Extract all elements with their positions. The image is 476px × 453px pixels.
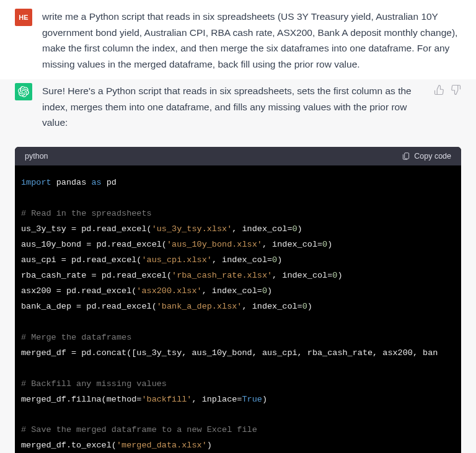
assistant-message-text: Sure! Here's a Python script that reads … xyxy=(42,83,419,131)
code-token: 'asx200.xlsx' xyxy=(136,286,201,296)
code-token: = xyxy=(86,271,101,280)
code-token: 'merged_data.xlsx' xyxy=(117,441,207,450)
code-token: 'bank_a_dep.xlsx' xyxy=(157,302,242,311)
code-token: pd xyxy=(107,178,117,187)
user-message-body: write me a Python script that reads in s… xyxy=(42,7,461,72)
code-block: python Copy code import pandas as pd # R… xyxy=(15,147,461,453)
code-token: 0 xyxy=(302,302,307,311)
code-token: asx200 xyxy=(21,286,51,296)
code-token: True xyxy=(242,395,262,404)
code-header: python Copy code xyxy=(15,147,461,165)
code-token: , index_col= xyxy=(242,302,302,311)
code-token: pd.read_excel( xyxy=(71,255,141,265)
openai-logo-icon xyxy=(18,86,29,97)
code-token: , index_col= xyxy=(232,224,292,234)
user-message: HE write me a Python script that reads i… xyxy=(0,5,476,79)
code-token: = xyxy=(56,255,71,265)
code-token: pd.read_excel( xyxy=(102,271,172,280)
code-token: , index_col= xyxy=(212,255,272,265)
code-token: us_3y_tsy xyxy=(21,224,66,234)
user-message-text: write me a Python script that reads in s… xyxy=(42,9,461,72)
code-body[interactable]: import pandas as pd # Read in the spread… xyxy=(15,165,461,453)
code-token: = xyxy=(66,224,81,234)
assistant-message-body: Sure! Here's a Python script that reads … xyxy=(42,82,419,131)
code-token: , inplace= xyxy=(192,395,242,404)
code-token: # Backfill any missing values xyxy=(21,379,167,389)
code-token: aus_cpi xyxy=(21,255,56,265)
user-avatar: HE xyxy=(15,9,32,26)
code-token: pd.read_excel( xyxy=(97,240,167,249)
code-token: aus_10y_bond xyxy=(21,240,81,249)
code-token: 0 xyxy=(262,286,267,296)
assistant-message: Sure! Here's a Python script that reads … xyxy=(0,79,476,138)
code-token: , index_col= xyxy=(262,240,322,249)
code-token: 'aus_cpi.xlsx' xyxy=(141,255,211,265)
code-token: ) xyxy=(298,224,302,234)
code-token: 'us_3y_tsy.xlsx' xyxy=(152,224,232,234)
code-token: = xyxy=(66,348,81,358)
code-language-label: python xyxy=(25,152,48,161)
code-token: rba_cash_rate xyxy=(21,271,86,280)
code-token: = xyxy=(81,240,96,249)
code-token: # Merge the dataframes xyxy=(21,333,131,342)
thumbs-up-button[interactable] xyxy=(434,84,445,98)
code-token: , index_col= xyxy=(202,286,262,296)
code-token: pd.read_excel( xyxy=(66,286,136,296)
thumbs-down-icon xyxy=(450,84,461,95)
code-token: pd.read_excel( xyxy=(86,302,156,311)
code-token: , index_col= xyxy=(272,271,332,280)
code-token: 0 xyxy=(293,224,298,234)
code-token: bank_a_dep xyxy=(21,302,71,311)
code-token: ) xyxy=(262,395,267,404)
code-token: ) xyxy=(207,441,212,450)
svg-rect-0 xyxy=(405,153,409,159)
code-token: # Save the merged dataframe to a new Exc… xyxy=(21,425,257,434)
code-token: = xyxy=(71,302,86,311)
code-token: 'rba_cash_rate.xlsx' xyxy=(172,271,272,280)
code-token: ) xyxy=(307,302,312,311)
code-token: ) xyxy=(337,271,342,280)
clipboard-icon xyxy=(402,152,410,161)
code-token: import xyxy=(21,178,51,187)
code-token: 0 xyxy=(322,240,327,249)
code-token: pd.read_excel( xyxy=(81,224,151,234)
code-token: merged_df xyxy=(21,348,66,358)
copy-code-label: Copy code xyxy=(414,152,451,161)
feedback-controls xyxy=(434,84,461,98)
code-token: # Read in the spreadsheets xyxy=(21,209,152,218)
code-token: 'aus_10y_bond.xlsx' xyxy=(167,240,262,249)
code-token: pandas xyxy=(56,178,87,187)
thumbs-down-button[interactable] xyxy=(450,84,461,98)
code-token: = xyxy=(51,286,66,296)
code-token: merged_df.fillna(method= xyxy=(21,395,141,404)
copy-code-button[interactable]: Copy code xyxy=(402,152,451,161)
conversation: HE write me a Python script that reads i… xyxy=(0,0,476,453)
code-token: merged_df.to_excel( xyxy=(21,441,117,450)
code-container: python Copy code import pandas as pd # R… xyxy=(0,138,476,453)
code-token: 'backfill' xyxy=(141,395,192,404)
code-token: 0 xyxy=(272,255,277,265)
code-token: ) xyxy=(267,286,272,296)
code-token: as xyxy=(91,178,101,187)
code-token: pd.concat([us_3y_tsy, aus_10y_bond, aus_… xyxy=(81,348,438,358)
code-token: ) xyxy=(327,240,332,249)
thumbs-up-icon xyxy=(434,84,445,95)
code-token: ) xyxy=(277,255,282,265)
assistant-avatar xyxy=(15,83,32,100)
user-avatar-label: HE xyxy=(19,14,28,21)
